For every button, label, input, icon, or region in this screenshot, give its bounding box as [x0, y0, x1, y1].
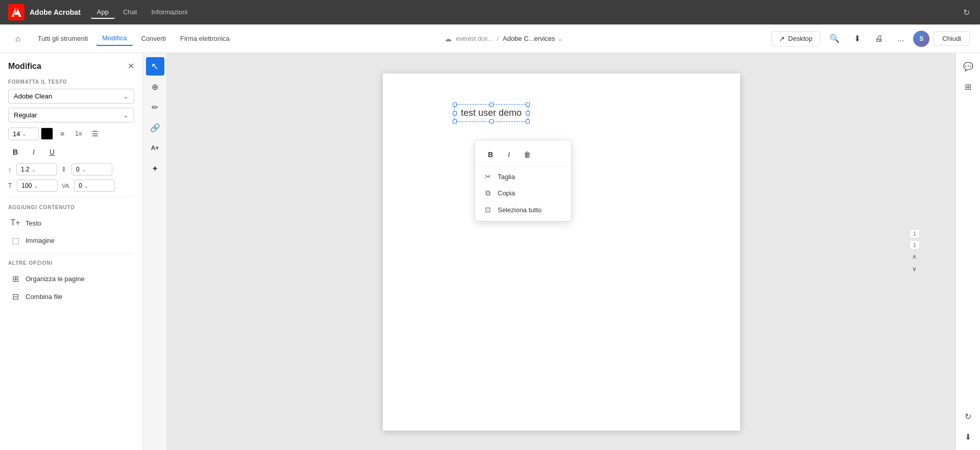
handle-bc[interactable]: [489, 119, 494, 123]
desktop-button[interactable]: ↗ Desktop: [771, 31, 820, 46]
toolbar-firma[interactable]: Firma elettronica: [174, 32, 236, 45]
right-save-icon: ⬇: [965, 432, 971, 442]
close-button[interactable]: Chiudi: [934, 31, 970, 46]
add-text-label: Testo: [26, 219, 41, 227]
print-button[interactable]: 🖨: [870, 31, 888, 46]
zoom-tool-icon: ⊕: [152, 82, 158, 92]
right-refresh-button[interactable]: ↻: [959, 407, 977, 426]
combine-files-item[interactable]: ⊟ Combina file: [8, 288, 134, 306]
handle-mr[interactable]: [526, 111, 530, 115]
handle-bl[interactable]: [453, 119, 457, 123]
cloud-icon: ☁: [445, 35, 452, 43]
para-spacing-icon: ⇕: [61, 166, 66, 173]
breadcrumb-doc[interactable]: Adobe C...ervices ⌄: [503, 35, 562, 42]
horizontal-scale-value: 100: [21, 182, 32, 189]
more-button[interactable]: ...: [892, 31, 909, 46]
line-spacing-control[interactable]: 1.2 ⌄: [16, 163, 57, 176]
bullet-list-button[interactable]: ≡: [55, 127, 69, 141]
panel-title: Modifica: [8, 62, 41, 71]
ctx-copy-item[interactable]: ⧉ Copia: [475, 185, 571, 202]
bold-button[interactable]: B: [8, 145, 22, 159]
tracking-control[interactable]: 0 ⌄: [74, 180, 115, 192]
nav-info[interactable]: Informazioni: [145, 6, 193, 19]
right-save-button[interactable]: ⬇: [959, 428, 977, 446]
text-add-icon: A+: [151, 144, 159, 152]
handle-tc[interactable]: [489, 103, 494, 107]
combine-icon: ⊟: [10, 292, 20, 302]
handle-tr[interactable]: [526, 103, 530, 107]
ctx-select-all-item[interactable]: ⊡ Seleziona tutto: [475, 202, 571, 218]
search-button[interactable]: 🔍: [824, 31, 845, 46]
redact-tool-button[interactable]: ✦: [146, 159, 164, 178]
page-up-button[interactable]: ∧: [910, 252, 920, 262]
add-image-label: Immagine: [26, 237, 55, 244]
ctx-bold-button[interactable]: B: [483, 147, 498, 162]
scale-chevron: ⌄: [34, 183, 38, 189]
add-content-section: AGGIUNGI CONTENUTO T+ Testo ⬚ Immagine: [8, 205, 134, 249]
toolbar-all-tools[interactable]: Tutti gli strumenti: [32, 32, 94, 45]
avatar[interactable]: S: [913, 31, 929, 47]
align-button[interactable]: ☰: [88, 127, 102, 141]
draw-tool-button[interactable]: ✏: [146, 98, 164, 116]
breadcrumb-cloud-text: everest dce...: [456, 35, 493, 42]
font-size-input[interactable]: 14 ⌄: [8, 128, 39, 140]
context-menu-toolbar: B I 🗑: [475, 143, 571, 166]
handle-br[interactable]: [526, 119, 530, 123]
chevron-down-icon[interactable]: ⌄: [557, 35, 562, 42]
toolbar-converti[interactable]: Converti: [135, 32, 172, 45]
select-tool-button[interactable]: ↖: [146, 57, 164, 76]
handle-tl[interactable]: [453, 103, 457, 107]
font-style-select[interactable]: Regular ⌄: [8, 108, 134, 122]
trash-icon: 🗑: [524, 151, 531, 159]
organize-pages-item[interactable]: ⊞ Organizza le pagine: [8, 270, 134, 288]
handle-ml[interactable]: [453, 111, 457, 115]
current-page: 1: [910, 229, 920, 238]
ctx-cut-item[interactable]: ✂ Taglia: [475, 168, 571, 185]
underline-button[interactable]: U: [45, 145, 59, 159]
format-section-label: FORMATTA IL TESTO: [8, 79, 134, 85]
panel-close-button[interactable]: ✕: [128, 61, 134, 71]
chat-icon: 💬: [963, 62, 973, 71]
main-layout: Modifica ✕ FORMATTA IL TESTO Adobe Clean…: [0, 53, 980, 450]
redact-icon: ✦: [152, 164, 158, 173]
select-all-icon: ⊡: [483, 206, 493, 214]
add-text-item[interactable]: T+ Testo: [8, 214, 134, 232]
breadcrumb-doc-text: Adobe C...ervices: [503, 35, 555, 42]
line-spacing-value: 1.2: [21, 166, 30, 173]
desktop-label: Desktop: [788, 35, 813, 42]
numbered-list-button[interactable]: 1≡: [71, 127, 86, 141]
ctx-copy-label: Copia: [498, 189, 515, 197]
select-tool-icon: ↖: [151, 61, 159, 72]
para-spacing-control[interactable]: 0 ⌄: [71, 163, 112, 176]
title-nav: App Chat Informazioni: [91, 6, 193, 19]
chat-panel-button[interactable]: 💬: [959, 57, 977, 76]
zoom-tool-button[interactable]: ⊕: [146, 78, 164, 96]
nav-chat[interactable]: Chat: [117, 6, 143, 19]
nav-app[interactable]: App: [91, 6, 115, 19]
ctx-italic-button[interactable]: I: [502, 147, 516, 162]
breadcrumb-separator: /: [497, 35, 499, 42]
add-image-item[interactable]: ⬚ Immagine: [8, 232, 134, 249]
toolbar-right: ↗ Desktop 🔍 ⬇ 🖨 ... S Chiudi: [771, 31, 970, 47]
italic-button[interactable]: I: [27, 145, 41, 159]
text-element[interactable]: test user demo: [454, 104, 528, 122]
download-button[interactable]: ⬇: [849, 31, 866, 46]
cut-icon: ✂: [483, 172, 493, 181]
toolbar-modifica[interactable]: Modifica: [96, 31, 133, 46]
text-add-tool-button[interactable]: A+: [146, 139, 164, 157]
para-spacing-chevron: ⌄: [82, 167, 86, 172]
horizontal-scale-control[interactable]: 100 ⌄: [17, 180, 58, 192]
font-family-select[interactable]: Adobe Clean ⌄: [8, 89, 134, 104]
canvas-area[interactable]: test user demo B I 🗑 ✂ Taglia ⧉ Copia: [167, 53, 955, 450]
combine-label: Combina file: [26, 293, 62, 301]
right-refresh-icon: ↻: [965, 412, 971, 421]
color-swatch[interactable]: [41, 128, 53, 140]
right-panel: 💬 ⊞ ↻ ⬇: [955, 53, 980, 450]
page-down-button[interactable]: ∨: [910, 264, 920, 274]
tool-strip: ↖ ⊕ ✏ 🔗 A+ ✦: [143, 53, 167, 450]
refresh-icon[interactable]: ↻: [961, 6, 972, 19]
grid-panel-button[interactable]: ⊞: [959, 78, 977, 96]
home-button[interactable]: ⌂: [10, 31, 26, 46]
ctx-delete-button[interactable]: 🗑: [520, 147, 534, 162]
link-tool-button[interactable]: 🔗: [146, 118, 164, 137]
